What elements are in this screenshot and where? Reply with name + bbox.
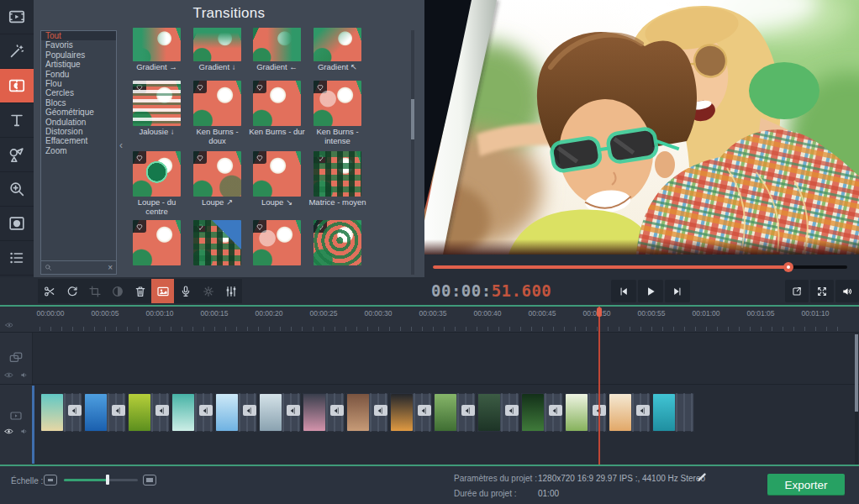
crop-tool[interactable] bbox=[83, 279, 106, 303]
transition-thumb[interactable] bbox=[314, 28, 361, 61]
timeline-clip[interactable] bbox=[477, 393, 519, 432]
transition-thumb[interactable] bbox=[193, 81, 241, 126]
transition-badge[interactable] bbox=[155, 405, 169, 416]
panel-scrollbar[interactable] bbox=[411, 30, 414, 275]
favorite-toggle[interactable] bbox=[133, 81, 146, 93]
timeline-clip[interactable] bbox=[171, 393, 213, 432]
overlay-track-icon[interactable] bbox=[8, 350, 24, 365]
favorite-toggle[interactable] bbox=[193, 220, 207, 233]
favorite-toggle[interactable] bbox=[253, 220, 266, 233]
transition-badge[interactable] bbox=[330, 405, 344, 416]
playhead[interactable] bbox=[598, 307, 600, 465]
transition-thumb[interactable] bbox=[193, 28, 241, 61]
transition-thumb[interactable] bbox=[314, 151, 361, 197]
transition-thumb[interactable] bbox=[193, 151, 241, 197]
timeline-clip[interactable] bbox=[84, 393, 126, 432]
sidebar-item-vignette[interactable] bbox=[0, 207, 34, 241]
sidebar-item-zoom[interactable] bbox=[0, 172, 34, 207]
favorite-toggle[interactable] bbox=[314, 151, 327, 164]
transition-badge[interactable] bbox=[112, 405, 125, 416]
seek-bar[interactable] bbox=[433, 265, 847, 269]
favorite-toggle[interactable] bbox=[314, 81, 327, 93]
levels-tool[interactable] bbox=[219, 279, 242, 303]
sidebar-item-media[interactable] bbox=[0, 0, 34, 34]
timeline-clip[interactable] bbox=[565, 393, 607, 432]
transition-badge[interactable] bbox=[287, 405, 300, 416]
sidebar-item-callouts[interactable] bbox=[0, 138, 34, 172]
transition-badge[interactable] bbox=[636, 405, 650, 416]
timeline-clip[interactable] bbox=[259, 393, 301, 432]
transition-thumb[interactable] bbox=[133, 220, 181, 265]
timeline-scale-slider[interactable] bbox=[64, 479, 138, 481]
playhead-marker[interactable] bbox=[597, 307, 602, 317]
previous-frame-button[interactable] bbox=[611, 280, 636, 302]
favorite-toggle[interactable] bbox=[253, 151, 266, 164]
timeline-clip[interactable] bbox=[434, 393, 476, 432]
sidebar-item-filters[interactable] bbox=[0, 34, 34, 69]
favorite-toggle[interactable] bbox=[193, 151, 207, 164]
timeline-clip[interactable] bbox=[40, 393, 82, 432]
eye-icon[interactable] bbox=[4, 321, 14, 329]
transition-badge[interactable] bbox=[199, 405, 213, 416]
eye-icon[interactable] bbox=[3, 370, 14, 380]
export-button[interactable]: Exporter bbox=[767, 474, 845, 496]
timeline-clip[interactable] bbox=[609, 393, 651, 432]
transition-thumb[interactable] bbox=[253, 81, 301, 126]
mic-tool[interactable] bbox=[174, 279, 197, 303]
transition-thumb[interactable] bbox=[253, 28, 301, 61]
detach-preview-button[interactable] bbox=[785, 280, 809, 302]
transition-badge[interactable] bbox=[461, 405, 475, 416]
scissors-tool[interactable] bbox=[38, 279, 61, 303]
timeline-clip[interactable] bbox=[652, 393, 694, 432]
favorite-toggle[interactable] bbox=[253, 81, 266, 93]
sidebar-item-tracklist[interactable] bbox=[0, 241, 34, 276]
favorite-toggle[interactable] bbox=[314, 220, 327, 233]
play-button[interactable] bbox=[638, 280, 663, 302]
transition-thumb[interactable] bbox=[133, 151, 181, 197]
timeline-zoom-in-button[interactable] bbox=[143, 475, 156, 486]
timeline-clip[interactable] bbox=[128, 393, 170, 432]
timeline-scrollbar[interactable] bbox=[855, 334, 858, 465]
transition-thumb[interactable] bbox=[253, 151, 301, 197]
transition-badge[interactable] bbox=[243, 405, 256, 416]
timeline-ruler[interactable]: 00:00:0000:00:0500:00:1000:00:1500:00:20… bbox=[32, 307, 859, 333]
timeline-clip[interactable] bbox=[521, 393, 563, 432]
seek-handle[interactable] bbox=[783, 262, 793, 272]
timeline-zoom-out-button[interactable] bbox=[44, 475, 57, 486]
transition-thumb[interactable] bbox=[133, 81, 181, 126]
heart-icon bbox=[256, 83, 264, 92]
transition-badge[interactable] bbox=[505, 405, 519, 416]
transition-thumb[interactable] bbox=[314, 81, 361, 126]
favorite-toggle[interactable] bbox=[133, 220, 146, 233]
scale-handle[interactable] bbox=[106, 475, 109, 485]
sidebar-item-titles[interactable] bbox=[0, 103, 34, 138]
transition-badge[interactable] bbox=[549, 405, 562, 416]
timeline-clip[interactable] bbox=[215, 393, 257, 432]
transition-badge[interactable] bbox=[68, 405, 82, 416]
transition-thumb[interactable] bbox=[133, 28, 181, 61]
transition-thumb[interactable] bbox=[253, 220, 301, 265]
transition-badge[interactable] bbox=[418, 405, 431, 416]
contrast-tool[interactable] bbox=[106, 279, 129, 303]
volume-button[interactable] bbox=[835, 280, 859, 302]
edit-settings-pencil-icon[interactable] bbox=[696, 471, 708, 483]
timeline-clip[interactable] bbox=[346, 393, 388, 432]
trash-tool[interactable] bbox=[129, 279, 151, 303]
speaker-icon[interactable] bbox=[18, 370, 29, 380]
control-row: 00:00:51.600 bbox=[0, 277, 859, 305]
transition-thumb[interactable] bbox=[193, 220, 241, 265]
transition-badge[interactable] bbox=[374, 405, 387, 416]
mic-icon bbox=[179, 285, 192, 298]
gear-tool[interactable] bbox=[197, 279, 219, 303]
favorite-toggle[interactable] bbox=[133, 151, 146, 164]
sidebar-item-transitions[interactable] bbox=[0, 69, 34, 103]
favorite-toggle[interactable] bbox=[193, 81, 207, 93]
photo-icon bbox=[156, 285, 170, 298]
transition-thumb[interactable] bbox=[314, 220, 361, 265]
next-frame-button[interactable] bbox=[665, 280, 690, 302]
timeline-clip[interactable] bbox=[390, 393, 432, 432]
fullscreen-button[interactable] bbox=[810, 280, 834, 302]
timeline-clip[interactable] bbox=[303, 393, 345, 432]
rotate-tool[interactable] bbox=[61, 279, 83, 303]
photo-tool[interactable] bbox=[151, 279, 174, 303]
